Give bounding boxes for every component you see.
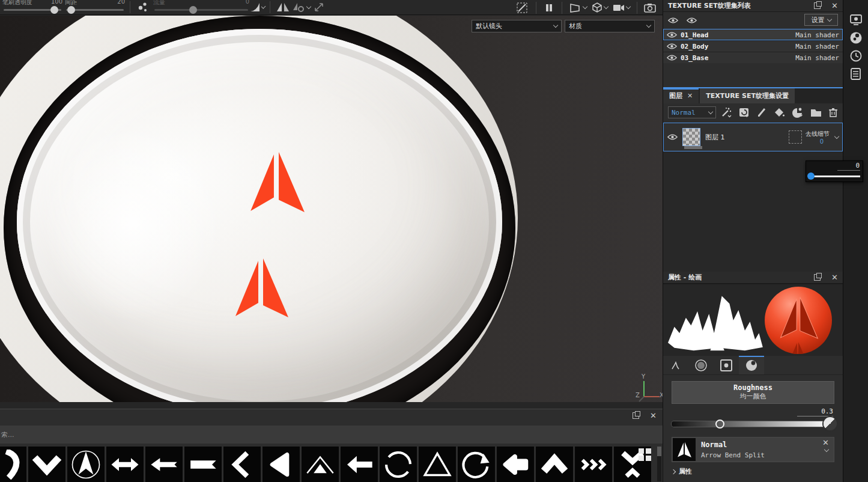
close-panel-icon[interactable]: ✕ <box>650 412 657 419</box>
scatter-dots-icon[interactable] <box>135 1 151 14</box>
uv-transform-icon[interactable] <box>311 1 327 14</box>
visibility-eye-icon[interactable] <box>687 17 697 24</box>
smart-material-icon[interactable] <box>792 107 804 118</box>
layer-thumbnail[interactable] <box>682 128 700 146</box>
brush-spacing-handle[interactable] <box>67 6 75 14</box>
texture-set-row-base[interactable]: 03_Base Main shader <box>663 52 843 63</box>
alpha-rotate-cw-arrow[interactable] <box>458 447 495 482</box>
specular-highlight <box>42 124 222 322</box>
float-panel-icon[interactable] <box>814 2 821 9</box>
alpha-peak-outline[interactable] <box>302 447 339 482</box>
layers-tab-bar: 图层 ✕ TEXTURE SET纹理集设置 <box>663 88 843 103</box>
roughness-value[interactable]: 0.3 <box>797 407 833 416</box>
paint-layer-brush-icon[interactable] <box>756 107 767 118</box>
roughness-handle[interactable] <box>715 419 724 429</box>
float-panel-icon[interactable] <box>814 274 821 281</box>
geometry-mask-icon[interactable] <box>789 130 802 144</box>
brush-opacity-slider[interactable]: 笔刷透明度100 <box>2 0 62 15</box>
group-folder-icon[interactable] <box>810 108 822 117</box>
detail-slider-popup[interactable]: 0 <box>806 160 863 182</box>
alpha-triangle-left-solid[interactable] <box>263 447 300 482</box>
falloff-curve-icon[interactable] <box>249 1 265 14</box>
display-mode-dropdown[interactable]: 材质 <box>565 20 655 32</box>
eye-icon[interactable] <box>667 43 677 50</box>
brush-opacity-handle[interactable] <box>50 6 58 14</box>
properties-footer[interactable]: 属性 <box>672 467 834 476</box>
texture-set-row-head[interactable]: 01_Head Main shader <box>663 29 843 40</box>
stencil-off-icon[interactable] <box>513 1 531 14</box>
settings-dropdown-button[interactable]: 设置 <box>804 14 838 26</box>
alpha-arrow-in-circle[interactable] <box>67 447 105 482</box>
alpha-chevron-down[interactable] <box>28 447 65 482</box>
add-mask-icon[interactable] <box>738 107 750 118</box>
grid-view-icon[interactable] <box>639 448 652 462</box>
display-settings-icon[interactable] <box>843 11 868 29</box>
visibility-cycle-icon[interactable] <box>668 17 678 24</box>
tab-settings-label: TEXTURE SET纹理集设置 <box>706 91 789 100</box>
brush-spacing-slider[interactable]: 间距20 <box>65 0 125 15</box>
delete-trash-icon[interactable] <box>828 107 838 118</box>
eye-icon[interactable] <box>667 54 677 61</box>
normal-resource-thumbnail <box>673 438 696 461</box>
tab-material[interactable] <box>739 356 764 374</box>
3d-viewport[interactable]: 默认镜头 材质 Y X Z <box>0 16 663 402</box>
alpha-rotate-circle[interactable] <box>380 447 417 482</box>
close-panel-icon[interactable]: ✕ <box>831 2 838 9</box>
tab-layers[interactable]: 图层 ✕ <box>663 88 699 103</box>
layer-visibility-eye-icon[interactable] <box>667 133 678 141</box>
tab-brush[interactable] <box>663 356 688 374</box>
roughness-color-toggle-icon[interactable] <box>824 417 837 430</box>
alpha-arrow-left-round[interactable] <box>497 447 534 482</box>
history-log-icon[interactable] <box>843 47 868 65</box>
alpha-ribbon-left[interactable] <box>184 447 222 482</box>
layer-detail-chevron-icon[interactable] <box>834 133 839 138</box>
add-effect-wand-icon[interactable] <box>720 107 732 118</box>
camera-dropdown-value: 默认镜头 <box>476 22 502 31</box>
tab-texture-set-settings[interactable]: TEXTURE SET纹理集设置 <box>700 88 795 103</box>
texture-set-row-body[interactable]: 02_Body Main shader <box>663 40 843 52</box>
separator <box>270 1 270 13</box>
alpha-arrow-left-solid[interactable] <box>341 447 378 482</box>
clear-resource-icon[interactable]: ✕ <box>822 439 829 446</box>
flow-value: 0 <box>246 0 249 5</box>
alpha-arrow-left-notch[interactable] <box>145 447 183 482</box>
alpha-chevron-up-thick[interactable] <box>536 447 573 482</box>
layer-row-selected[interactable]: 图层 1 去线细节 0 <box>663 123 843 151</box>
tab-alpha[interactable] <box>688 356 714 374</box>
close-panel-icon[interactable]: ✕ <box>831 274 838 281</box>
material-preview-sphere <box>765 287 832 354</box>
axis-z-label: Z <box>636 392 640 398</box>
alpha-arrow-double-horizontal[interactable] <box>106 447 144 482</box>
screenshot-camera-icon[interactable] <box>642 1 658 14</box>
close-tab-icon[interactable]: ✕ <box>687 93 693 99</box>
blend-mode-dropdown[interactable]: Normal <box>668 106 716 118</box>
layer-detail-value[interactable]: 0 <box>820 138 824 145</box>
pause-icon[interactable] <box>541 1 557 14</box>
camera-view-icon[interactable] <box>610 1 632 14</box>
popup-slider-handle[interactable] <box>807 172 815 180</box>
symmetry-icon[interactable] <box>275 1 291 14</box>
resource-chevron-icon[interactable] <box>824 447 829 452</box>
roughness-slider[interactable] <box>672 419 834 429</box>
geometry-cube-icon[interactable] <box>589 1 610 14</box>
tab-stencil[interactable] <box>714 356 739 374</box>
projection-mode-icon[interactable] <box>567 1 589 14</box>
camera-dropdown[interactable]: 默认镜头 <box>472 20 562 32</box>
alpha-swoosh-curve[interactable] <box>0 447 26 482</box>
float-panel-icon[interactable] <box>633 412 639 419</box>
eye-icon[interactable] <box>667 31 677 38</box>
alpha-chevron-left-thin[interactable] <box>223 447 261 482</box>
symmetry-settings-icon[interactable] <box>291 1 311 14</box>
shelf-scrollbar[interactable] <box>657 447 661 481</box>
display-mode-value: 材质 <box>569 22 582 31</box>
fill-layer-bucket-icon[interactable] <box>774 107 785 118</box>
alpha-chevrons-right-triple[interactable] <box>575 447 612 482</box>
roughness-track[interactable] <box>672 421 831 427</box>
shelf-search-input[interactable]: 索... <box>0 426 663 444</box>
alpha-triangle-outline[interactable] <box>419 447 456 482</box>
shader-settings-icon[interactable] <box>843 29 868 47</box>
popup-slider-track[interactable] <box>809 175 860 177</box>
normal-resource-name: Arrow Bend Split <box>701 451 765 459</box>
normal-channel-slot[interactable]: Normal Arrow Bend Split ✕ <box>672 437 834 462</box>
log-document-icon[interactable] <box>843 65 868 83</box>
